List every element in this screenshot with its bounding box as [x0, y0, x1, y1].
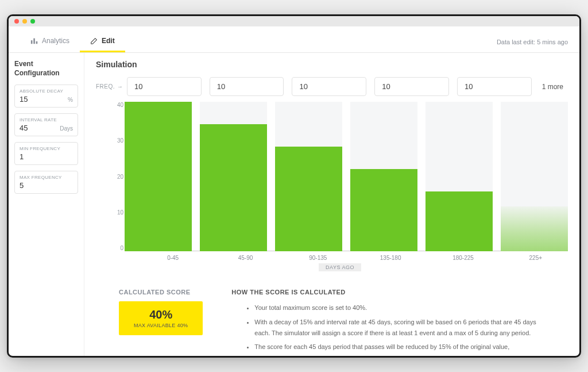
how-calculated-panel: HOW THE SCORE IS CALCULATED Your total m… [231, 289, 553, 356]
absolute-decay-value: 15 [20, 95, 28, 103]
main-panel: Simulation FREQ. → 10 10 10 10 10 1 more… [84, 53, 579, 356]
freq-row: FREQ. → 10 10 10 10 10 1 more [96, 77, 568, 96]
field-max-frequency[interactable]: MAX FREQUENCY 5 [14, 171, 78, 194]
results-row: CALCULATED SCORE 40% MAX AVAILABLE 40% H… [96, 283, 568, 356]
app-window: Analytics Edit Data last edit: 5 mins ag… [7, 14, 581, 358]
bar-4 [425, 102, 493, 251]
tabs: Analytics Edit [20, 31, 125, 52]
x-labels: 0-45 45-90 90-135 135-180 180-225 225+ [112, 255, 568, 261]
max-frequency-value: 5 [20, 181, 24, 190]
sidebar-title: Event Configuration [14, 60, 78, 78]
freq-input-4[interactable]: 10 [457, 77, 532, 96]
chart: INTERVAL SCORE 40 30 20 10 0 [112, 102, 568, 271]
score-value: 40% [134, 308, 188, 321]
freq-input-3[interactable]: 10 [374, 77, 449, 96]
score-box: 40% MAX AVAILABLE 40% [119, 301, 203, 335]
bar-0 [125, 102, 192, 251]
interval-rate-unit: Days [60, 125, 73, 132]
interval-rate-value: 45 [20, 124, 28, 132]
freq-input-1[interactable]: 10 [210, 77, 284, 96]
tab-analytics-label: Analytics [42, 37, 69, 45]
how-bullet-1: With a decay of 15% and interval rate at… [254, 317, 553, 338]
how-bullet-2: The score for each 45 days period that p… [254, 342, 553, 352]
pencil-icon [90, 37, 98, 45]
bar-2 [275, 102, 342, 251]
freq-input-2[interactable]: 10 [292, 77, 366, 96]
arrow-right-icon: → [117, 83, 123, 90]
sidebar: Event Configuration ABSOLUTE DECAY 15 % … [9, 53, 84, 356]
header-bar: Analytics Edit Data last edit: 5 mins ag… [9, 26, 579, 53]
field-min-frequency[interactable]: MIN FREQUENCY 1 [14, 142, 78, 165]
svg-rect-2 [36, 41, 38, 44]
absolute-decay-label: ABSOLUTE DECAY [20, 89, 73, 94]
min-frequency-label: MIN FREQUENCY [20, 146, 73, 151]
y-ticks: 40 30 20 10 0 [112, 102, 123, 251]
how-calculated-title: HOW THE SCORE IS CALCULATED [231, 289, 553, 296]
bar-5 [501, 102, 568, 251]
last-edit-text: Data last edit: 5 mins ago [497, 39, 568, 45]
tab-edit[interactable]: Edit [80, 31, 125, 52]
main-title: Simulation [96, 60, 568, 69]
bar-1 [200, 102, 267, 251]
analytics-icon [30, 37, 38, 45]
tab-analytics[interactable]: Analytics [20, 31, 80, 52]
svg-rect-0 [31, 40, 33, 44]
max-frequency-label: MAX FREQUENCY [20, 175, 73, 180]
tab-edit-label: Edit [102, 37, 115, 45]
x-axis-label: DAYS AGO [319, 263, 361, 271]
field-absolute-decay[interactable]: ABSOLUTE DECAY 15 % [14, 85, 78, 108]
bar-3 [350, 102, 417, 251]
calculated-score-title: CALCULATED SCORE [119, 289, 203, 296]
score-subtitle: MAX AVAILABLE 40% [134, 323, 188, 328]
calculated-score-panel: CALCULATED SCORE 40% MAX AVAILABLE 40% [119, 289, 203, 356]
chart-plot: 40 30 20 10 0 [112, 102, 568, 251]
window-minimize-icon[interactable] [22, 19, 27, 24]
field-interval-rate[interactable]: INTERVAL RATE 45 Days [14, 113, 78, 136]
window-titlebar [9, 16, 579, 26]
freq-more-link[interactable]: 1 more [537, 83, 568, 91]
interval-rate-label: INTERVAL RATE [20, 117, 73, 122]
how-bullet-0: Your total maximum score is set to 40%. [254, 302, 553, 313]
freq-label: FREQ. → [96, 83, 121, 90]
min-frequency-value: 1 [20, 152, 24, 161]
window-close-icon[interactable] [14, 19, 19, 24]
svg-rect-1 [33, 39, 35, 44]
window-maximize-icon[interactable] [30, 19, 35, 24]
how-calculated-list: Your total maximum score is set to 40%. … [231, 302, 553, 352]
body: Event Configuration ABSOLUTE DECAY 15 % … [9, 53, 579, 356]
absolute-decay-unit: % [68, 97, 73, 103]
freq-inputs: 10 10 10 10 10 [127, 77, 532, 96]
freq-input-0[interactable]: 10 [127, 77, 202, 96]
